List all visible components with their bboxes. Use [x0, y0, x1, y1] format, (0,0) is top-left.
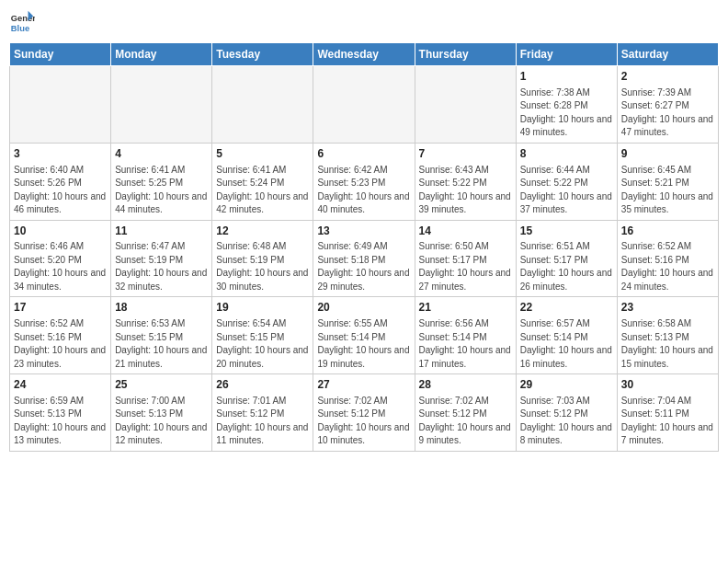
calendar-cell: 29Sunrise: 7:03 AM Sunset: 5:12 PM Dayli…: [516, 374, 617, 452]
calendar-cell: 8Sunrise: 6:44 AM Sunset: 5:22 PM Daylig…: [516, 143, 617, 220]
day-number: 2: [621, 69, 714, 85]
calendar-week-row: 10Sunrise: 6:46 AM Sunset: 5:20 PM Dayli…: [10, 220, 719, 297]
day-number: 11: [115, 224, 208, 239]
day-info: Sunrise: 6:54 AM Sunset: 5:15 PM Dayligh…: [216, 317, 309, 371]
day-info: Sunrise: 6:47 AM Sunset: 5:19 PM Dayligh…: [115, 240, 208, 293]
day-info: Sunrise: 6:41 AM Sunset: 5:24 PM Dayligh…: [216, 164, 309, 217]
day-info: Sunrise: 7:01 AM Sunset: 5:12 PM Dayligh…: [216, 395, 309, 448]
calendar-cell: 3Sunrise: 6:40 AM Sunset: 5:26 PM Daylig…: [10, 143, 111, 220]
day-info: Sunrise: 6:44 AM Sunset: 5:22 PM Dayligh…: [520, 164, 613, 217]
day-number: 7: [419, 146, 512, 162]
calendar-table: SundayMondayTuesdayWednesdayThursdayFrid…: [9, 42, 719, 452]
svg-text:Blue: Blue: [11, 24, 29, 33]
weekday-header: Wednesday: [313, 43, 415, 66]
calendar-week-row: 3Sunrise: 6:40 AM Sunset: 5:26 PM Daylig…: [10, 143, 719, 220]
day-number: 12: [216, 224, 309, 239]
day-number: 20: [317, 300, 410, 316]
day-info: Sunrise: 6:56 AM Sunset: 5:14 PM Dayligh…: [419, 317, 512, 371]
calendar-cell: 26Sunrise: 7:01 AM Sunset: 5:12 PM Dayli…: [212, 374, 313, 452]
day-info: Sunrise: 7:39 AM Sunset: 6:27 PM Dayligh…: [621, 86, 714, 140]
calendar-cell: 23Sunrise: 6:58 AM Sunset: 5:13 PM Dayli…: [617, 297, 718, 374]
day-number: 27: [317, 377, 410, 393]
calendar-cell: 1Sunrise: 7:38 AM Sunset: 6:28 PM Daylig…: [516, 66, 617, 144]
day-number: 10: [14, 224, 107, 239]
day-number: 23: [621, 300, 714, 316]
calendar-cell: 16Sunrise: 6:52 AM Sunset: 5:16 PM Dayli…: [617, 220, 718, 297]
day-info: Sunrise: 6:52 AM Sunset: 5:16 PM Dayligh…: [621, 240, 714, 293]
calendar-cell: [10, 66, 111, 144]
day-number: 30: [621, 377, 714, 393]
day-info: Sunrise: 7:02 AM Sunset: 5:12 PM Dayligh…: [419, 395, 512, 448]
calendar-cell: 30Sunrise: 7:04 AM Sunset: 5:11 PM Dayli…: [617, 374, 718, 452]
day-number: 1: [520, 69, 613, 85]
day-info: Sunrise: 7:03 AM Sunset: 5:12 PM Dayligh…: [520, 395, 613, 448]
calendar-week-row: 1Sunrise: 7:38 AM Sunset: 6:28 PM Daylig…: [10, 66, 719, 144]
calendar-cell: [313, 66, 415, 144]
calendar-cell: 20Sunrise: 6:55 AM Sunset: 5:14 PM Dayli…: [313, 297, 415, 374]
weekday-header: Tuesday: [212, 43, 313, 66]
day-number: 15: [520, 224, 613, 239]
day-number: 6: [317, 146, 410, 162]
weekday-header: Monday: [111, 43, 212, 66]
calendar-cell: 11Sunrise: 6:47 AM Sunset: 5:19 PM Dayli…: [111, 220, 212, 297]
day-info: Sunrise: 6:58 AM Sunset: 5:13 PM Dayligh…: [621, 317, 714, 371]
day-number: 26: [216, 377, 309, 393]
day-number: 16: [621, 224, 714, 239]
day-info: Sunrise: 6:53 AM Sunset: 5:15 PM Dayligh…: [115, 317, 208, 371]
day-info: Sunrise: 6:46 AM Sunset: 5:20 PM Dayligh…: [14, 240, 107, 293]
calendar-cell: 18Sunrise: 6:53 AM Sunset: 5:15 PM Dayli…: [111, 297, 212, 374]
day-info: Sunrise: 6:57 AM Sunset: 5:14 PM Dayligh…: [520, 317, 613, 371]
calendar-cell: 27Sunrise: 7:02 AM Sunset: 5:12 PM Dayli…: [313, 374, 415, 452]
calendar-week-row: 17Sunrise: 6:52 AM Sunset: 5:16 PM Dayli…: [10, 297, 719, 374]
calendar-cell: 19Sunrise: 6:54 AM Sunset: 5:15 PM Dayli…: [212, 297, 313, 374]
page-header: General Blue: [9, 9, 719, 35]
calendar-cell: 2Sunrise: 7:39 AM Sunset: 6:27 PM Daylig…: [617, 66, 718, 144]
calendar-cell: [415, 66, 516, 144]
day-info: Sunrise: 6:51 AM Sunset: 5:17 PM Dayligh…: [520, 240, 613, 293]
calendar-week-row: 24Sunrise: 6:59 AM Sunset: 5:13 PM Dayli…: [10, 374, 719, 452]
day-number: 22: [520, 300, 613, 316]
day-info: Sunrise: 7:00 AM Sunset: 5:13 PM Dayligh…: [115, 395, 208, 448]
calendar-cell: 22Sunrise: 6:57 AM Sunset: 5:14 PM Dayli…: [516, 297, 617, 374]
day-number: 29: [520, 377, 613, 393]
day-number: 25: [115, 377, 208, 393]
calendar-cell: 14Sunrise: 6:50 AM Sunset: 5:17 PM Dayli…: [415, 220, 516, 297]
calendar-cell: 17Sunrise: 6:52 AM Sunset: 5:16 PM Dayli…: [10, 297, 111, 374]
calendar-cell: 10Sunrise: 6:46 AM Sunset: 5:20 PM Dayli…: [10, 220, 111, 297]
day-number: 17: [14, 300, 107, 316]
calendar-cell: 9Sunrise: 6:45 AM Sunset: 5:21 PM Daylig…: [617, 143, 718, 220]
calendar-cell: 21Sunrise: 6:56 AM Sunset: 5:14 PM Dayli…: [415, 297, 516, 374]
day-info: Sunrise: 6:49 AM Sunset: 5:18 PM Dayligh…: [317, 240, 410, 293]
day-number: 28: [419, 377, 512, 393]
day-number: 5: [216, 146, 309, 162]
day-number: 24: [14, 377, 107, 393]
day-info: Sunrise: 6:41 AM Sunset: 5:25 PM Dayligh…: [115, 164, 208, 217]
logo: General Blue: [9, 9, 39, 35]
calendar-cell: [111, 66, 212, 144]
day-number: 4: [115, 146, 208, 162]
calendar-cell: 5Sunrise: 6:41 AM Sunset: 5:24 PM Daylig…: [212, 143, 313, 220]
day-info: Sunrise: 6:52 AM Sunset: 5:16 PM Dayligh…: [14, 317, 107, 371]
day-info: Sunrise: 6:55 AM Sunset: 5:14 PM Dayligh…: [317, 317, 410, 371]
day-info: Sunrise: 7:02 AM Sunset: 5:12 PM Dayligh…: [317, 395, 410, 448]
day-number: 13: [317, 224, 410, 239]
day-info: Sunrise: 7:04 AM Sunset: 5:11 PM Dayligh…: [621, 395, 714, 448]
calendar-cell: 7Sunrise: 6:43 AM Sunset: 5:22 PM Daylig…: [415, 143, 516, 220]
day-info: Sunrise: 6:50 AM Sunset: 5:17 PM Dayligh…: [419, 240, 512, 293]
day-number: 19: [216, 300, 309, 316]
logo-icon: General Blue: [9, 9, 35, 35]
weekday-header: Sunday: [10, 43, 111, 66]
calendar-cell: 4Sunrise: 6:41 AM Sunset: 5:25 PM Daylig…: [111, 143, 212, 220]
day-number: 14: [419, 224, 512, 239]
day-number: 8: [520, 146, 613, 162]
calendar-cell: 25Sunrise: 7:00 AM Sunset: 5:13 PM Dayli…: [111, 374, 212, 452]
weekday-header: Saturday: [617, 43, 718, 66]
day-number: 18: [115, 300, 208, 316]
calendar-cell: 15Sunrise: 6:51 AM Sunset: 5:17 PM Dayli…: [516, 220, 617, 297]
day-info: Sunrise: 6:40 AM Sunset: 5:26 PM Dayligh…: [14, 164, 107, 217]
calendar-cell: 28Sunrise: 7:02 AM Sunset: 5:12 PM Dayli…: [415, 374, 516, 452]
day-info: Sunrise: 7:38 AM Sunset: 6:28 PM Dayligh…: [520, 86, 613, 140]
calendar-header-row: SundayMondayTuesdayWednesdayThursdayFrid…: [10, 43, 719, 66]
calendar-cell: 24Sunrise: 6:59 AM Sunset: 5:13 PM Dayli…: [10, 374, 111, 452]
day-info: Sunrise: 6:43 AM Sunset: 5:22 PM Dayligh…: [419, 164, 512, 217]
